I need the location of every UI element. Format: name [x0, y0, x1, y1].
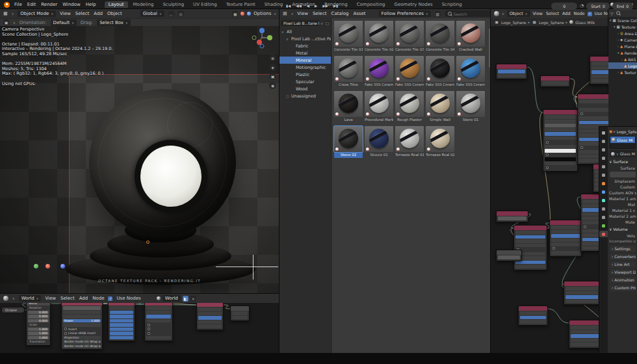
- shader-node-canvas[interactable]: [491, 26, 608, 353]
- node-n2[interactable]: Power1.000InvertLinear sRGB invertProjec…: [61, 303, 103, 350]
- property-mate[interactable]: Mate: [609, 219, 636, 225]
- outliner-item-bas[interactable]: ›▲BAS: [608, 56, 637, 62]
- shader-menu-node[interactable]: Node: [574, 11, 585, 16]
- properties-tab-render[interactable]: [599, 138, 608, 144]
- pan-hand-icon[interactable]: ◈: [269, 64, 276, 71]
- node-octane[interactable]: Octane: [1, 307, 25, 313]
- viewport-menu-add[interactable]: Add: [94, 11, 103, 16]
- catalog-all[interactable]: ∨All: [280, 28, 331, 35]
- node-n6[interactable]: [514, 225, 547, 270]
- asset-terrazzo-real-01[interactable]: Terrazzo Real 01: [395, 126, 424, 158]
- properties-tab-tool[interactable]: [599, 129, 608, 136]
- asset-menu-view[interactable]: View: [297, 11, 308, 16]
- transform-orientation-dropdown[interactable]: Global∨: [140, 10, 164, 17]
- menu-window[interactable]: Window: [62, 2, 81, 7]
- workspace-tab-modeling[interactable]: Modeling: [129, 1, 158, 8]
- properties-tab-object[interactable]: [599, 180, 608, 187]
- properties-tab-material[interactable]: [599, 231, 608, 237]
- property-material-2-am[interactable]: Material 2 am: [609, 213, 636, 219]
- properties-tab-output[interactable]: [599, 146, 608, 153]
- options-dropdown[interactable]: Options: [254, 11, 271, 16]
- workspace-tab-uv-editing[interactable]: UV Editing: [189, 1, 221, 8]
- properties-tab-constraints[interactable]: [599, 214, 608, 220]
- asset-rough-plaster[interactable]: Rough Plaster: [395, 91, 424, 123]
- shading-material-icon[interactable]: [240, 12, 244, 16]
- asset-terrazzo-real-02[interactable]: Terrazzo Real 02: [426, 126, 454, 158]
- asset-stone-01[interactable]: Stone 01: [456, 91, 485, 123]
- panel-custom-pro[interactable]: › Custom Pro: [610, 285, 636, 291]
- material-slot-empty[interactable]: [610, 143, 635, 148]
- playback-button-5[interactable]: ▶▮: [332, 3, 339, 8]
- asset-simple-wall[interactable]: Simple Wall: [426, 91, 454, 123]
- shader-menu-select[interactable]: Select: [546, 11, 559, 16]
- shading-render-icon[interactable]: [247, 12, 251, 16]
- asset-concrete-tile-02[interactable]: Concrete Tile 02: [365, 21, 393, 53]
- node-n1[interactable]: [540, 75, 570, 87]
- navigation-gizmo[interactable]: [251, 27, 273, 49]
- panel-animation[interactable]: › Animation: [610, 277, 636, 283]
- asset-lava[interactable]: Lava: [334, 91, 363, 123]
- workspace-tab-shading[interactable]: Shading: [261, 1, 287, 8]
- shader-menu-view[interactable]: View: [533, 11, 543, 16]
- node-n4[interactable]: [144, 303, 173, 341]
- panel-converters[interactable]: › Converters: [610, 254, 636, 260]
- current-frame-field[interactable]: 0: [551, 3, 577, 10]
- scrollbar[interactable]: [489, 29, 490, 68]
- drag-dropdown[interactable]: Select Box∨: [97, 20, 131, 26]
- world-node-canvas[interactable]: OctaneWorldRotation0.0000.0000.000Scale1…: [0, 303, 280, 353]
- panel-surface[interactable]: ∨ Surface: [609, 159, 636, 165]
- node-n3[interactable]: [108, 303, 135, 341]
- panel-settings[interactable]: › Settings: [610, 246, 636, 252]
- property-material-1-am[interactable]: Material 1 am: [609, 196, 636, 202]
- workspace-tab-sculpting[interactable]: Sculpting: [159, 1, 188, 8]
- asset-grid-area[interactable]: Concrete Tile 01Concrete Tile 02Concrete…: [332, 18, 491, 353]
- outliner-item-area-di[interactable]: ›◎Area.Di: [608, 30, 637, 36]
- shader-menu-add[interactable]: Add: [562, 11, 571, 16]
- asset-cross-tiles[interactable]: Cross Tiles: [334, 56, 363, 88]
- menu-help[interactable]: Help: [86, 2, 96, 7]
- playback-button-1[interactable]: ◀◀: [294, 3, 302, 8]
- editor-type-icon[interactable]: ▦: [3, 11, 8, 16]
- shader-editor-icon[interactable]: [3, 296, 8, 301]
- node-n11[interactable]: [496, 250, 522, 261]
- properties-tab-view-layer[interactable]: [599, 155, 608, 161]
- asset-concrete-tile-04[interactable]: Concrete Tile 04: [426, 21, 454, 53]
- catalog-specular[interactable]: Specular: [280, 78, 331, 85]
- asset-procedural-marble[interactable]: Procedural Marble: [365, 91, 393, 123]
- orientation-dropdown[interactable]: Default∨: [51, 20, 77, 26]
- catalog-mineral[interactable]: Mineral: [280, 57, 331, 64]
- node-n5[interactable]: [496, 211, 528, 222]
- menu-render[interactable]: Render: [41, 2, 57, 7]
- node-n6[interactable]: [230, 306, 250, 321]
- frame-end-field[interactable]: End0: [612, 3, 633, 10]
- workspace-tab-geometry-nodes[interactable]: Geometry Nodes: [391, 1, 437, 8]
- search-field[interactable]: [454, 12, 491, 16]
- world-name-field[interactable]: World: [162, 295, 181, 302]
- properties-tab-particles[interactable]: [599, 197, 608, 203]
- display-size-icon[interactable]: ▥: [435, 11, 441, 17]
- properties-tab-physics[interactable]: [599, 205, 608, 212]
- asset-concrete-tile-03[interactable]: Concrete Tile 03: [395, 21, 424, 53]
- panel-volume[interactable]: ∨ Volume: [609, 226, 636, 233]
- panel-viewport-di[interactable]: › Viewport Di: [610, 269, 636, 276]
- playback-button-4[interactable]: ▶▶: [321, 3, 329, 8]
- workspace-tab-compositing[interactable]: Compositing: [353, 1, 389, 8]
- material-selector[interactable]: ∨ Glass M: [610, 150, 636, 157]
- properties-tab-data[interactable]: [599, 222, 608, 229]
- world-menu-node[interactable]: Node: [92, 296, 104, 301]
- node-n7[interactable]: [549, 220, 582, 257]
- workspace-tab-texture-paint[interactable]: Texture Paint: [222, 1, 259, 8]
- shading-wireframe-icon[interactable]: ▦: [232, 11, 238, 17]
- world-menu-select[interactable]: Select: [60, 296, 75, 301]
- asset-menu-asset[interactable]: Asset: [353, 11, 365, 16]
- menu-file[interactable]: File: [14, 2, 22, 7]
- catalog-pixel-lab-ctive-pack-4[interactable]: ∨Pixel Lab ...ctive Pack 4: [280, 35, 331, 42]
- breadcrumb-material[interactable]: Glass Milk: [575, 20, 595, 25]
- outliner-item-texture-pa[interactable]: ▾▦Texture Pa: [608, 23, 637, 30]
- properties-tab-world[interactable]: [599, 172, 608, 178]
- node-n0[interactable]: [496, 64, 527, 79]
- properties-tab-modifiers[interactable]: [599, 188, 608, 195]
- frame-start-field[interactable]: Start0: [586, 3, 610, 10]
- catalog-plastic[interactable]: Plastic: [280, 71, 331, 78]
- node-n4[interactable]: [590, 56, 608, 84]
